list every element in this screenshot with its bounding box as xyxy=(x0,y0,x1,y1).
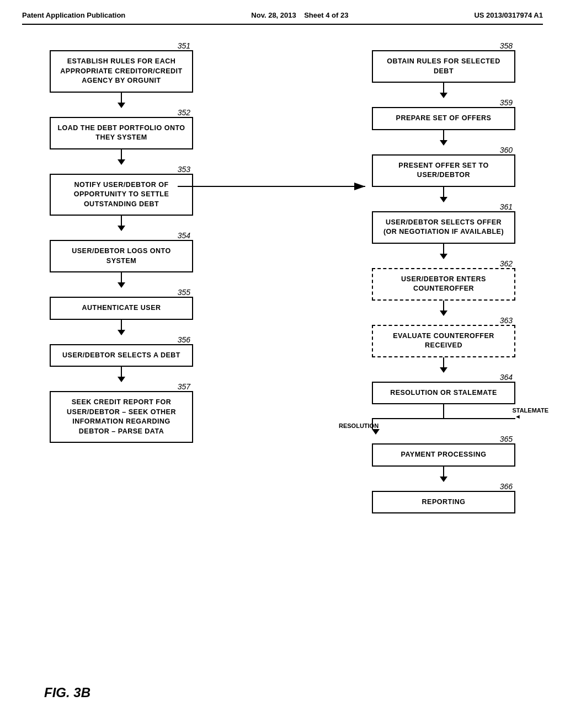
header-date: Nov. 28, 2013 xyxy=(251,11,296,19)
connector-351-352 xyxy=(50,93,193,108)
step-366-num: 366 xyxy=(500,482,513,491)
step-361-box: USER/DEBTOR SELECTS OFFER (OR NEGOTIATIO… xyxy=(372,211,515,244)
h-fork-line: RESOLUTION STALEMATE ◄ xyxy=(372,418,515,419)
arrowhead xyxy=(118,226,125,231)
stalemate-arrow: ◄ xyxy=(515,413,521,420)
step-356-num: 356 xyxy=(178,335,190,344)
vline xyxy=(121,272,122,282)
arrowhead xyxy=(440,140,447,146)
connector-361-362 xyxy=(372,244,515,259)
step-352-num: 352 xyxy=(178,108,190,117)
arrowhead xyxy=(118,330,125,335)
step-356-box: USER/DEBTOR SELECTS A DEBT xyxy=(50,344,193,367)
vline xyxy=(443,187,444,197)
arrowhead xyxy=(118,282,125,288)
resolution-label: RESOLUTION xyxy=(339,422,379,429)
connector-362-363 xyxy=(372,301,515,316)
vline xyxy=(443,357,444,367)
connector-353-354 xyxy=(50,216,193,231)
header-center: Nov. 28, 2013 Sheet 4 of 23 xyxy=(251,11,348,19)
fig-label: FIG. 3B xyxy=(44,685,90,700)
connector-360-361 xyxy=(372,187,515,202)
step-352-box: LOAD THE DEBT PORTFOLIO ONTOTHEY SYSTEM xyxy=(50,117,193,149)
step-351-box: ESTABLISH RULES FOR EACH APPROPRIATE CRE… xyxy=(50,50,193,93)
step-365-box: PAYMENT PROCESSING xyxy=(372,443,515,467)
diagram-container: 351 ESTABLISH RULES FOR EACH APPROPRIATE… xyxy=(22,41,543,513)
step-363-box: EVALUATE COUNTEROFFERRECEIVED xyxy=(372,325,515,357)
vline xyxy=(121,320,122,330)
vline xyxy=(443,467,444,477)
step-361-num: 361 xyxy=(500,202,513,211)
step-353-box: NOTIFY USER/DEBTOR OF OPPORTUNITY TO SET… xyxy=(50,174,193,216)
step-364-num: 364 xyxy=(500,373,513,382)
connector-fork-365 xyxy=(372,419,515,435)
page: Patent Application Publication Nov. 28, … xyxy=(0,0,565,728)
arrowhead xyxy=(440,367,447,373)
step-354-box: USER/DEBTOR LOGS ONTO SYSTEM xyxy=(50,240,193,272)
connector-352-353 xyxy=(50,149,193,165)
step-355-box: AUTHENTICATE USER xyxy=(50,297,193,320)
step-362-num: 362 xyxy=(500,259,513,268)
vline xyxy=(443,301,444,311)
arrowhead xyxy=(440,477,447,482)
header-sheet: Sheet 4 of 23 xyxy=(304,11,348,19)
step-351-num: 351 xyxy=(178,41,190,50)
arrowhead xyxy=(118,103,125,108)
vline xyxy=(121,149,122,159)
arrowhead xyxy=(118,377,125,382)
step-360-num: 360 xyxy=(500,146,513,154)
connector-359-360 xyxy=(372,130,515,146)
fork-area xyxy=(372,404,515,418)
connector-365-366 xyxy=(372,467,515,482)
connector-354-355 xyxy=(50,272,193,288)
step-359-num: 359 xyxy=(500,98,513,107)
step-357-box: SEEK CREDIT REPORT FOR USER/DEBTOR – SEE… xyxy=(50,391,193,443)
step-355-num: 355 xyxy=(178,288,190,297)
step-353-num: 353 xyxy=(178,165,190,174)
arrowhead xyxy=(440,311,447,316)
step-365-num: 365 xyxy=(500,435,513,443)
connector-358-359 xyxy=(372,83,515,98)
vline-364-fork xyxy=(443,404,444,418)
left-column: 351 ESTABLISH RULES FOR EACH APPROPRIATE… xyxy=(39,41,204,513)
vline xyxy=(121,367,122,377)
vline xyxy=(443,130,444,140)
vline xyxy=(443,83,444,93)
step-358-num: 358 xyxy=(500,41,513,50)
vline xyxy=(443,244,444,254)
header-left: Patent Application Publication xyxy=(22,11,125,19)
arrowhead xyxy=(440,93,447,98)
arrowhead xyxy=(440,197,447,202)
connector-356-357 xyxy=(50,367,193,382)
resolution-path xyxy=(372,419,515,435)
arrowhead xyxy=(440,254,447,259)
header-right: US 2013/0317974 A1 xyxy=(474,11,543,19)
step-357-num: 357 xyxy=(178,382,190,391)
step-363-num: 363 xyxy=(500,316,513,325)
vline xyxy=(121,216,122,226)
step-360-box: PRESENT OFFER SET TO USER/DEBTOR xyxy=(372,154,515,187)
connector-363-364 xyxy=(372,357,515,373)
step-354-num: 354 xyxy=(178,231,190,240)
arrowhead xyxy=(372,429,380,435)
right-column: 358 OBTAIN RULES FOR SELECTED DEBT 359 P… xyxy=(361,41,526,513)
step-364-box: RESOLUTION OR STALEMATE xyxy=(372,382,515,405)
page-header: Patent Application Publication Nov. 28, … xyxy=(22,11,543,25)
vline xyxy=(121,93,122,103)
step-366-box: REPORTING xyxy=(372,491,515,514)
connector-355-356 xyxy=(50,320,193,335)
step-358-box: OBTAIN RULES FOR SELECTED DEBT xyxy=(372,50,515,83)
step-362-box: USER/DEBTOR ENTERS COUNTEROFFER xyxy=(372,268,515,301)
arrowhead xyxy=(118,159,125,165)
step-359-box: PREPARE SET OF OFFERS xyxy=(372,107,515,130)
